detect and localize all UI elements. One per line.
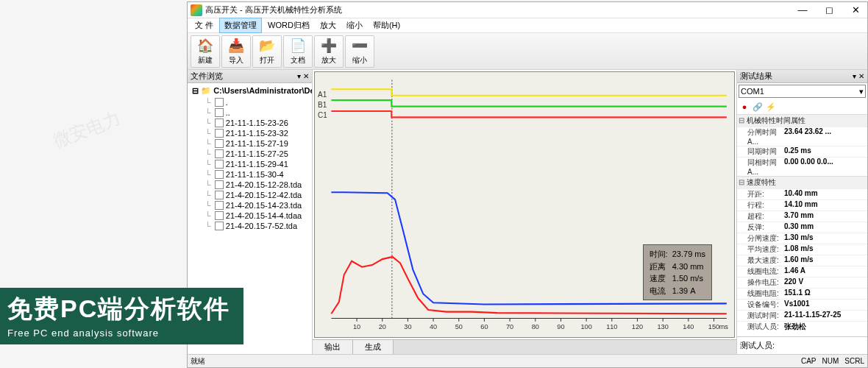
tree-root[interactable]: ⊟ 📁 C:\Users\Administrator\Desktop	[189, 85, 310, 97]
prop-row: 行程:14.10 mm	[737, 199, 867, 210]
svg-text:140: 140	[683, 323, 694, 330]
file-icon	[215, 201, 224, 210]
tree-item[interactable]: .	[189, 97, 310, 107]
status-scrl: SCRL	[844, 357, 864, 365]
connect-icon[interactable]: 🔗	[752, 101, 764, 113]
property-grid[interactable]: 机械特性时间属性分闸时间 A...23.64 23.62 ...同期时间0.25…	[737, 114, 867, 336]
prop-row: 同相时间 A...0.00 0.00 0.0...	[737, 157, 867, 176]
svg-text:100: 100	[580, 323, 591, 330]
prop-group[interactable]: 机械特性时间属性	[737, 114, 867, 127]
status-ready: 就绪	[191, 356, 205, 367]
zoomout-button[interactable]: ➖缩小	[345, 35, 374, 68]
tree-item[interactable]: ..	[189, 107, 310, 118]
menu-data[interactable]: 数据管理	[219, 18, 262, 33]
svg-text:70: 70	[506, 323, 513, 330]
tree-item[interactable]: 21-4-20.15-12-28.tda	[189, 180, 310, 190]
menu-bar: 文 件 数据管理 WORD归档 放大 缩小 帮助(H)	[188, 18, 867, 33]
menu-zoomin[interactable]: 放大	[316, 18, 341, 32]
file-icon	[215, 149, 224, 158]
tree-item[interactable]: 21-11-1.15-30-4	[189, 169, 310, 180]
tree-item[interactable]: 21-4-20.15-14-23.tda	[189, 200, 310, 210]
file-browser-header: 文件浏览 ▾ ✕	[188, 70, 312, 83]
svg-text:40: 40	[430, 323, 437, 330]
prop-group[interactable]: 速度特性	[737, 176, 867, 188]
file-icon	[215, 191, 224, 199]
svg-text:120: 120	[632, 323, 643, 330]
tree-item[interactable]: 21-4-20.15-12-42.tda	[189, 190, 310, 200]
results-header: 测试结果 ▾ ✕	[737, 70, 867, 83]
prop-row: 操作电压:220 V	[737, 277, 867, 288]
output-tabs: 输出 生成	[313, 339, 736, 354]
flash-icon[interactable]: ⚡	[765, 101, 777, 113]
title-bar: 高压开关 - 高压开关机械特性分析系统 — ◻ ✕	[188, 2, 867, 18]
file-icon	[215, 129, 224, 138]
svg-text:50: 50	[455, 323, 463, 330]
zoomin-button[interactable]: ➕放大	[314, 35, 344, 68]
import-icon: 📥	[227, 37, 245, 54]
com-port-select[interactable]: COM1	[739, 85, 866, 98]
open-button[interactable]: 📂打开	[252, 35, 282, 68]
file-icon	[215, 139, 224, 148]
import-button[interactable]: 📥导入	[221, 35, 251, 68]
prop-row: 反弹:0.30 mm	[737, 222, 867, 233]
tab-output[interactable]: 输出	[313, 340, 353, 354]
tree-item[interactable]: 21-11-1.15-29-41	[189, 159, 310, 169]
new-button[interactable]: 🏠新建	[191, 35, 220, 68]
file-icon	[215, 98, 224, 107]
menu-word[interactable]: WORD归档	[263, 18, 314, 32]
panel-pin-icon[interactable]: ▾ ✕	[297, 72, 309, 80]
file-icon	[215, 211, 224, 220]
svg-text:30: 30	[404, 323, 411, 330]
prop-row: 线圈电流:1.46 A	[737, 266, 867, 277]
prop-row: 最大速度:1.60 m/s	[737, 255, 867, 266]
record-icon[interactable]: ●	[739, 101, 750, 113]
svg-text:60: 60	[480, 323, 488, 330]
menu-zoomout[interactable]: 缩小	[342, 18, 367, 32]
tab-generate[interactable]: 生成	[353, 340, 394, 354]
chart-readout: 时间: 23.79 ms 距离 4.30 mm 速度 1.50 m/s 电流 1…	[643, 244, 712, 300]
promo-banner: 免费PC端分析软件 Free PC end analysis software	[0, 288, 243, 344]
tree-item[interactable]: 21-11-1.15-23-26	[189, 118, 310, 128]
results-toolbar: ● 🔗 ⚡	[737, 99, 867, 114]
minimize-button[interactable]: —	[794, 4, 811, 15]
tree-item[interactable]: 21-11-1.15-23-32	[189, 128, 310, 138]
prop-row: 测试时间:21-11-1.15-27-25	[737, 310, 867, 321]
tree-item[interactable]: 21-11-1.15-27-25	[189, 149, 310, 159]
results-panel: 测试结果 ▾ ✕ COM1 ● 🔗 ⚡ 机械特性时间属性分闸时间 A...23.…	[736, 70, 867, 354]
minus-icon: ➖	[351, 37, 369, 54]
waveform-chart[interactable]: A1 B1 C1 1020304050607080901001101201301…	[314, 71, 735, 338]
prop-row: 测试人员:张劲松	[737, 321, 867, 332]
prop-row: 开距:10.40 mm	[737, 188, 867, 199]
svg-text:90: 90	[557, 323, 564, 330]
svg-text:10: 10	[353, 323, 360, 330]
prop-row: 超程:3.70 mm	[737, 210, 867, 222]
tree-item[interactable]: 21-11-1.15-27-19	[189, 138, 310, 149]
status-cap: CAP	[801, 357, 817, 365]
window-controls: — ◻ ✕	[794, 4, 864, 15]
panel-pin-icon[interactable]: ▾ ✕	[853, 72, 864, 80]
prop-row: 同期时间0.25 ms	[737, 146, 867, 157]
prop-row: 平均速度:1.08 m/s	[737, 244, 867, 255]
plus-icon: ➕	[320, 37, 338, 54]
svg-text:80: 80	[532, 323, 539, 330]
file-icon	[215, 118, 224, 127]
window-title: 高压开关 - 高压开关机械特性分析系统	[205, 4, 342, 15]
channel-labels: A1 B1 C1	[318, 90, 327, 121]
svg-text:150: 150	[708, 323, 719, 330]
maximize-button[interactable]: ◻	[820, 4, 838, 15]
tree-item[interactable]: 21-4-20.15-14-4.tdaa	[189, 210, 310, 221]
file-icon	[215, 180, 224, 189]
file-icon	[215, 222, 224, 230]
status-bar: 就绪 CAP NUM SCRL	[188, 354, 867, 367]
new-icon: 🏠	[196, 37, 214, 54]
prop-row: 设备编号:Vs1001	[737, 299, 867, 310]
file-icon	[215, 170, 224, 179]
close-button[interactable]: ✕	[847, 4, 864, 15]
svg-text:ms: ms	[719, 323, 729, 330]
tree-item[interactable]: 21-4-20.15-7-52.tda	[189, 221, 310, 231]
menu-help[interactable]: 帮助(H)	[369, 18, 405, 32]
doc-button[interactable]: 📄文档	[283, 35, 313, 68]
open-icon: 📂	[258, 37, 276, 54]
menu-file[interactable]: 文 件	[191, 18, 218, 32]
svg-text:110: 110	[606, 323, 617, 330]
